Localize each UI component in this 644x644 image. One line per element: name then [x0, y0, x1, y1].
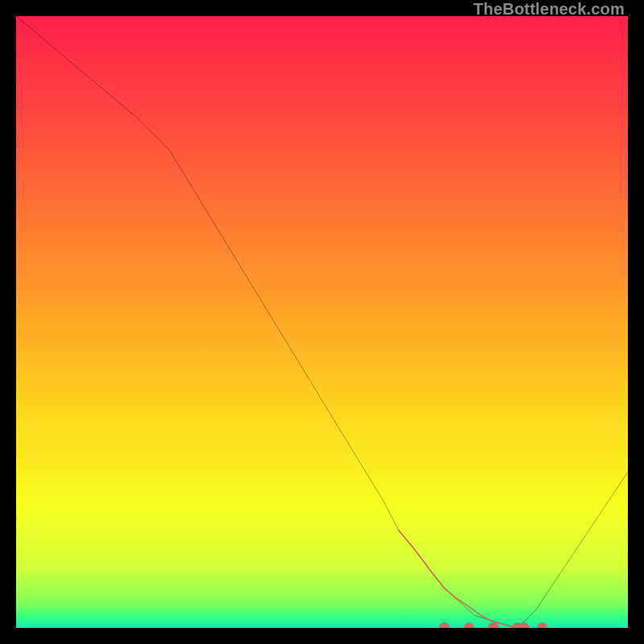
highlight-dot — [464, 622, 475, 628]
chart-frame: TheBottleneck.com — [0, 0, 644, 644]
curve-layer — [16, 16, 628, 628]
watermark-text: TheBottleneck.com — [473, 0, 625, 19]
highlight-dot — [537, 622, 548, 628]
plot-area — [16, 16, 628, 628]
highlight-dots — [439, 622, 547, 628]
bottleneck-curve — [16, 16, 628, 628]
highlight-dot — [439, 622, 450, 628]
highlight-segment — [398, 530, 518, 628]
